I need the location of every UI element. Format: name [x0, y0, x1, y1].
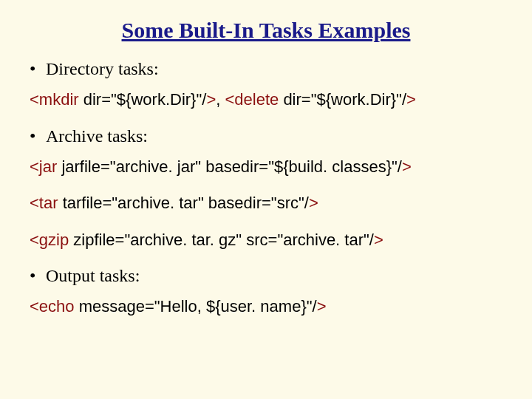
- section-output: Output tasks: <echo message="Hello, ${us…: [25, 266, 507, 317]
- section-archive: Archive tasks: <jar jarfile="archive. ja…: [25, 126, 507, 250]
- code-directory-line-0: <mkdir dir="${work.Dir}"/>, <delete dir=…: [25, 89, 507, 110]
- code-archive-line-2: <gzip zipfile="archive. tar. gz" src="ar…: [25, 230, 507, 250]
- bullet-directory: Directory tasks:: [25, 59, 507, 79]
- bullet-archive: Archive tasks:: [25, 126, 507, 146]
- section-directory: Directory tasks: <mkdir dir="${work.Dir}…: [25, 59, 507, 110]
- code-archive-line-1: <tar tarfile="archive. tar" basedir="src…: [25, 193, 507, 214]
- bullet-output: Output tasks:: [25, 266, 507, 286]
- code-output-line-0: <echo message="Hello, ${user. name}"/>: [25, 296, 507, 317]
- slide-title: Some Built-In Tasks Examples: [25, 18, 507, 43]
- code-archive-line-0: <jar jarfile="archive. jar" basedir="${b…: [25, 157, 507, 177]
